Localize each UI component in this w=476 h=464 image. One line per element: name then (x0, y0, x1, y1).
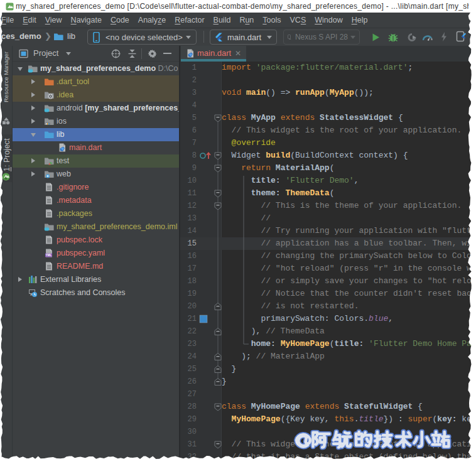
svg-text:YML: YML (46, 254, 52, 257)
